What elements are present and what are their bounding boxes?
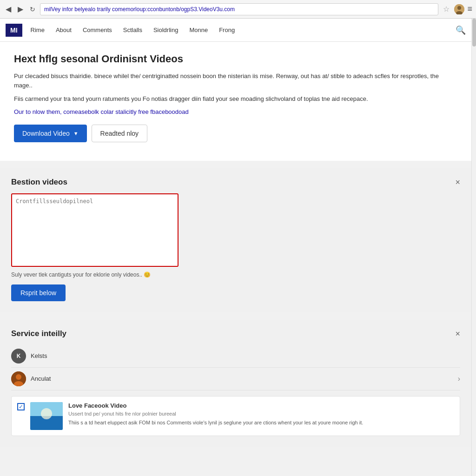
user2-avatar bbox=[11, 371, 26, 386]
post-checkbox[interactable]: ✓ bbox=[17, 403, 25, 410]
svg-point-4 bbox=[16, 374, 21, 380]
post-thumbnail bbox=[30, 402, 63, 430]
nav-link-sctlalls[interactable]: Sctlalls bbox=[122, 25, 143, 35]
post-card[interactable]: ✓ Love Faceook Video Ussert tnd pe/ yonu… bbox=[11, 396, 460, 436]
service-panel-header: Service inteilly × bbox=[11, 329, 460, 338]
report-panel: Bestion videos × Suly vever tlek cantigu… bbox=[0, 168, 471, 312]
forward-button[interactable]: ▶ bbox=[16, 5, 25, 14]
page-title: Hext hflg sesonal Ordinisnt Videos bbox=[14, 53, 457, 65]
download-video-button[interactable]: Download Video ▼ bbox=[14, 125, 87, 142]
svg-point-8 bbox=[41, 408, 52, 419]
checkbox-mark-icon: ✓ bbox=[19, 403, 23, 410]
nav-links: Rime About Comments Sctlalls Sioldrling … bbox=[30, 25, 456, 35]
nav-link-comments[interactable]: Comments bbox=[82, 25, 113, 35]
nav-link-about[interactable]: About bbox=[55, 25, 73, 35]
description-1: Pur clecaded bisucs thairidie. binece wh… bbox=[14, 72, 457, 90]
nav-link-frong[interactable]: Frong bbox=[218, 25, 236, 35]
browser-chrome: ◀ ▶ ↻ milVey infor belyealo trarily come… bbox=[0, 0, 476, 19]
report-textarea[interactable] bbox=[11, 193, 178, 267]
button-row: Download Video ▼ Readted nloy bbox=[14, 125, 457, 142]
star-icon[interactable]: ☆ bbox=[443, 5, 450, 13]
reload-button[interactable]: ↻ bbox=[28, 5, 37, 14]
user-avatar-icon[interactable] bbox=[454, 4, 464, 14]
main-content: Hext hflg sesonal Ordinisnt Videos Pur c… bbox=[0, 42, 471, 161]
report-panel-header: Bestion videos × bbox=[11, 178, 460, 187]
nav-link-monne[interactable]: Monne bbox=[188, 25, 209, 35]
user1-name: Kelsts bbox=[31, 352, 47, 359]
user1-avatar: K bbox=[11, 349, 26, 364]
service-panel-close-button[interactable]: × bbox=[455, 330, 460, 338]
report-panel-title: Bestion videos bbox=[11, 178, 67, 187]
menu-icon[interactable]: ≡ bbox=[467, 4, 472, 14]
dropdown-arrow-icon: ▼ bbox=[73, 131, 79, 136]
navbar: MI Rime About Comments Sctlalls Sioldrli… bbox=[0, 19, 471, 42]
user-row-2[interactable]: Anculat › bbox=[11, 368, 460, 390]
service-panel-title: Service inteilly bbox=[11, 329, 66, 338]
user2-name: Anculat bbox=[31, 375, 51, 382]
nav-logo[interactable]: MI bbox=[6, 24, 22, 37]
scrollbar-thumb[interactable] bbox=[472, 19, 476, 46]
service-panel: Service inteilly × K Kelsts bbox=[0, 320, 471, 447]
post-info: Love Faceook Video Ussert tnd pe/ yonut … bbox=[68, 402, 454, 430]
nav-link-rime[interactable]: Rime bbox=[30, 25, 46, 35]
search-icon[interactable]: 🔍 bbox=[456, 25, 466, 35]
svg-point-1 bbox=[457, 6, 461, 10]
report-panel-close-button[interactable]: × bbox=[455, 178, 460, 186]
chevron-right-icon: › bbox=[458, 375, 460, 383]
address-bar[interactable]: milVey infor belyealo trarily comemorlou… bbox=[40, 3, 438, 15]
post-title: Love Faceook Video bbox=[68, 402, 454, 409]
url-text: milVey infor belyealo trarily comemorlou… bbox=[44, 6, 235, 13]
post-subtitle: Ussert tnd pe/ yonut hits fre nlor polni… bbox=[68, 411, 454, 416]
user1-initials: K bbox=[17, 353, 21, 359]
read-button[interactable]: Readted nloy bbox=[92, 125, 148, 142]
scrollbar[interactable] bbox=[471, 19, 476, 476]
back-button[interactable]: ◀ bbox=[4, 5, 13, 14]
download-btn-label: Download Video bbox=[22, 130, 70, 137]
report-note-text: Suly vever tlek cantiguts your for eklor… bbox=[11, 271, 460, 278]
promo-link[interactable]: Our to nlow them, comeasebolk colar stal… bbox=[14, 108, 457, 115]
post-description: Thiis s a td heart eluppect asik FOM bi … bbox=[68, 419, 454, 426]
report-submit-button[interactable]: Rsprit below bbox=[11, 284, 66, 301]
content-area: MI Rime About Comments Sctlalls Sioldrli… bbox=[0, 19, 471, 447]
page-wrapper: ◀ ▶ ↻ milVey infor belyealo trarily come… bbox=[0, 0, 476, 447]
description-2: Fiis carmend your tra tend yourn ratumen… bbox=[14, 94, 457, 104]
nav-link-sioldrling[interactable]: Sioldrling bbox=[152, 25, 179, 35]
user-row-1[interactable]: K Kelsts bbox=[11, 345, 460, 368]
